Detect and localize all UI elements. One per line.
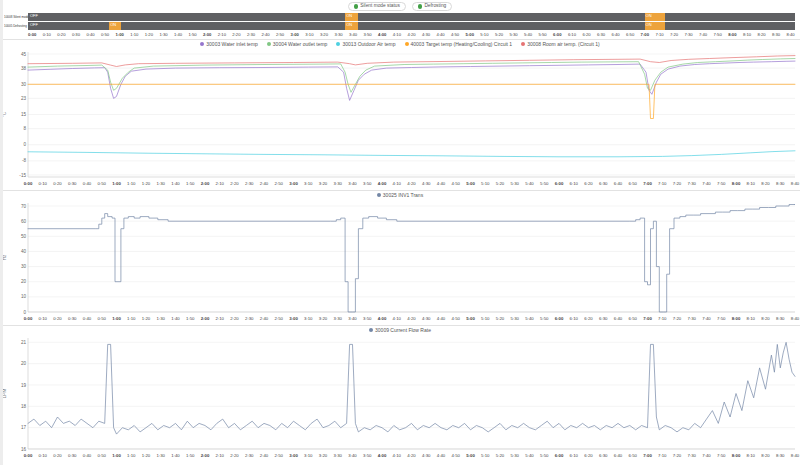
y-tick-label: 50 bbox=[21, 234, 27, 239]
y-tick-label: 20 bbox=[21, 361, 27, 366]
x-tick-label: 0:30 bbox=[68, 316, 77, 321]
time-tick-label: 5:30 bbox=[509, 32, 517, 37]
x-tick-label: 5:40 bbox=[525, 316, 534, 321]
time-tick-label: 2:20 bbox=[232, 32, 240, 37]
x-tick-label: 2:40 bbox=[260, 453, 269, 458]
x-tick-label: 0:10 bbox=[39, 316, 48, 321]
y-tick-label: 60 bbox=[21, 219, 27, 224]
status-base-value: OFF bbox=[30, 23, 38, 27]
x-tick-label: 0:20 bbox=[53, 453, 62, 458]
chart-panel-inverter-frequency: 30025 INV1 Trans 010203040506070Hz0:000:… bbox=[0, 190, 800, 323]
x-tick-label: 0:00 bbox=[24, 181, 33, 186]
x-tick-label: 3:00 bbox=[289, 181, 298, 186]
status-timeline-silent-mode[interactable]: OFF ONON bbox=[28, 13, 795, 21]
x-tick-label: 7:00 bbox=[643, 453, 652, 458]
x-tick-label: 6:30 bbox=[599, 453, 608, 458]
time-tick-label: 7:00 bbox=[641, 32, 649, 37]
status-legend-chip-silent-mode[interactable]: Silent mode status bbox=[348, 2, 406, 11]
time-tick-label: 4:50 bbox=[451, 32, 459, 37]
x-tick-label: 8:30 bbox=[776, 316, 785, 321]
x-tick-label: 8:20 bbox=[761, 453, 770, 458]
legend-label: 30013 Outdoor Air temp bbox=[342, 42, 395, 47]
x-tick-label: 3:30 bbox=[334, 316, 343, 321]
x-tick-label: 4:20 bbox=[407, 316, 416, 321]
status-base-value: OFF bbox=[30, 14, 38, 18]
y-tick-label: -8 bbox=[22, 158, 27, 163]
x-tick-label: 3:10 bbox=[304, 316, 313, 321]
status-row-label: 10008 Silent mode status bbox=[4, 15, 28, 19]
time-tick-label: 8:00 bbox=[728, 32, 736, 37]
y-tick-label: 38 bbox=[21, 66, 27, 71]
inverter-frequency-chart-plot[interactable]: 010203040506070Hz0:000:100:200:300:400:5… bbox=[0, 199, 800, 323]
time-tick-label: 0:00 bbox=[28, 32, 36, 37]
x-tick-label: 2:00 bbox=[201, 181, 210, 186]
status-on-segment: ON bbox=[645, 13, 666, 21]
status-row-label: 10005 Defrosting bbox=[4, 24, 28, 28]
x-tick-label: 7:20 bbox=[673, 453, 682, 458]
x-tick-label: 6:10 bbox=[570, 181, 579, 186]
x-tick-label: 3:40 bbox=[348, 181, 357, 186]
y-tick-label: 17 bbox=[21, 425, 27, 430]
x-tick-label: 3:10 bbox=[304, 181, 313, 186]
x-tick-label: 5:30 bbox=[511, 316, 520, 321]
legend-item[interactable]: 30025 INV1 Trans bbox=[377, 193, 423, 198]
x-tick-label: 1:20 bbox=[142, 453, 151, 458]
legend-item[interactable]: 30013 Outdoor Air temp bbox=[336, 42, 395, 47]
legend-dot-icon bbox=[369, 328, 373, 332]
time-tick-label: 6:50 bbox=[626, 32, 634, 37]
x-tick-label: 3:40 bbox=[348, 316, 357, 321]
x-tick-label: 1:30 bbox=[157, 316, 166, 321]
time-tick-label: 8:10 bbox=[743, 32, 751, 37]
x-tick-label: 0:00 bbox=[24, 453, 33, 458]
x-tick-label: 6:50 bbox=[629, 316, 638, 321]
x-tick-label: 6:00 bbox=[555, 453, 564, 458]
x-tick-label: 5:40 bbox=[525, 181, 534, 186]
status-on-label: ON bbox=[646, 14, 652, 18]
x-tick-label: 1:30 bbox=[157, 181, 166, 186]
legend-item[interactable]: 30003 Water inlet temp bbox=[200, 42, 258, 47]
legend-item[interactable]: 30004 Water outlet temp bbox=[267, 42, 328, 47]
legend-dot-icon bbox=[521, 42, 525, 46]
y-tick-label: 45 bbox=[21, 51, 27, 56]
temperatures-chart-plot[interactable]: 453830231580-8-15°C0:000:100:200:300:400… bbox=[0, 48, 800, 188]
flow-rate-chart-plot[interactable]: 161718192021LPM0:000:100:200:300:400:501… bbox=[0, 334, 800, 460]
series-line-30009 bbox=[28, 342, 795, 434]
x-tick-label: 1:50 bbox=[186, 181, 195, 186]
status-on-segment: ON bbox=[345, 13, 358, 21]
x-tick-label: 4:30 bbox=[422, 181, 431, 186]
x-tick-label: 2:50 bbox=[275, 181, 284, 186]
x-tick-label: 0:20 bbox=[53, 181, 62, 186]
x-tick-label: 6:20 bbox=[584, 453, 593, 458]
time-tick-label: 4:10 bbox=[393, 32, 401, 37]
x-tick-label: 3:00 bbox=[289, 316, 298, 321]
time-tick-label: 4:40 bbox=[436, 32, 444, 37]
green-circle-icon bbox=[354, 4, 359, 9]
x-tick-label: 4:10 bbox=[393, 181, 402, 186]
x-tick-label: 4:30 bbox=[422, 316, 431, 321]
x-tick-label: 6:40 bbox=[614, 316, 623, 321]
legend-item[interactable]: 30009 Current Flow Rate bbox=[369, 328, 431, 333]
x-tick-label: 5:10 bbox=[481, 316, 490, 321]
x-tick-label: 5:40 bbox=[525, 453, 534, 458]
time-tick-label: 7:30 bbox=[684, 32, 692, 37]
status-timeline-defrosting[interactable]: OFF ONONON bbox=[28, 22, 795, 30]
x-tick-label: 7:40 bbox=[702, 181, 711, 186]
status-legend-chip-defrosting[interactable]: Defrosting bbox=[412, 2, 452, 11]
time-tick-label: 6:00 bbox=[553, 32, 561, 37]
x-tick-label: 4:00 bbox=[378, 181, 387, 186]
x-tick-label: 3:50 bbox=[363, 453, 372, 458]
x-tick-label: 3:20 bbox=[319, 181, 328, 186]
legend-item[interactable]: 40003 Target temp (Heating/Cooling) Circ… bbox=[405, 42, 513, 47]
time-tick-label: 0:50 bbox=[101, 32, 109, 37]
x-tick-label: 3:30 bbox=[334, 181, 343, 186]
x-tick-label: 0:30 bbox=[68, 181, 77, 186]
time-tick-label: 3:30 bbox=[334, 32, 342, 37]
status-on-label: ON bbox=[346, 23, 352, 27]
x-tick-label: 1:10 bbox=[127, 181, 136, 186]
legend-label: 30009 Current Flow Rate bbox=[375, 328, 431, 333]
x-tick-label: 5:00 bbox=[466, 453, 475, 458]
chip-label: Silent mode status bbox=[360, 4, 399, 9]
legend-item[interactable]: 30008 Room air temp. (Circuit 1) bbox=[521, 42, 600, 47]
time-tick-label: 6:30 bbox=[597, 32, 605, 37]
x-tick-label: 6:10 bbox=[570, 453, 579, 458]
